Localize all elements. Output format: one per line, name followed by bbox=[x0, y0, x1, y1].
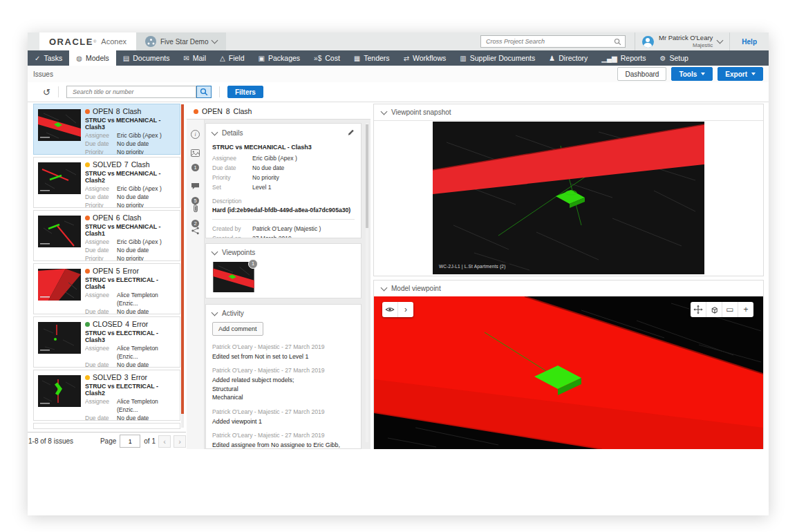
add-comment-button[interactable]: Add comment bbox=[212, 322, 263, 336]
issue-card[interactable]: SOLVED3Error STRUC vs ELECTRICAL - Clash… bbox=[33, 370, 180, 421]
app-header: ORACLE® Aconex Five Star Demo Mr Patrick… bbox=[28, 32, 769, 51]
user-menu[interactable]: Mr Patrick O'Leary Majestic bbox=[635, 32, 729, 50]
detail-priority: No priority bbox=[252, 173, 279, 182]
attachments-tab[interactable]: 2 bbox=[187, 203, 204, 228]
supplier-documents-icon: ▥ bbox=[460, 55, 466, 62]
tab-models[interactable]: ◍Models bbox=[69, 50, 116, 66]
tab-setup[interactable]: ⚙Setup bbox=[653, 50, 695, 66]
search-button[interactable] bbox=[196, 86, 212, 98]
issue-card[interactable]: CLOSED4Error STRUC vs ELECTRICAL - Clash… bbox=[33, 316, 180, 368]
page-title: Issues bbox=[33, 70, 53, 78]
comments-tab[interactable]: 5 bbox=[187, 180, 204, 205]
issue-card[interactable]: OPEN5Error STRUC vs ELECTRICAL - Clash4 … bbox=[33, 263, 180, 314]
tab-tenders[interactable]: ▦Tenders bbox=[347, 50, 397, 66]
divider bbox=[58, 86, 59, 97]
prev-page-button[interactable]: ‹ bbox=[158, 435, 171, 448]
issue-card[interactable]: OPEN6Clash STRUC vs MECHANICAL - Clash1 … bbox=[33, 210, 180, 261]
details-section-title: Details bbox=[222, 129, 243, 137]
issue-list-scrollbar[interactable] bbox=[181, 104, 184, 428]
user-avatar bbox=[642, 36, 654, 48]
expand-toolbar-button[interactable]: › bbox=[397, 302, 413, 317]
tab-field[interactable]: △Field bbox=[213, 50, 251, 66]
collapse-icon[interactable] bbox=[212, 129, 218, 135]
eye-icon bbox=[385, 305, 395, 314]
oracle-wordmark: ORACLE bbox=[49, 37, 93, 47]
aconex-wordmark: Aconex bbox=[101, 37, 126, 46]
tab-tasks[interactable]: ✓Tasks bbox=[28, 50, 69, 66]
status-dot bbox=[194, 109, 198, 114]
model-3d-viewport[interactable]: › ▭ + bbox=[374, 296, 763, 448]
issue-detail-panel: OPEN 8 Clash i 1 5 2 bbox=[187, 104, 371, 449]
zoom-in-icon[interactable]: + bbox=[738, 302, 753, 317]
tab-workflows[interactable]: ⇄Workflows bbox=[397, 50, 453, 66]
chevron-down-icon bbox=[717, 37, 724, 44]
export-button[interactable]: Export bbox=[718, 67, 763, 81]
viewpoints-tab[interactable]: 1 bbox=[187, 147, 204, 172]
measure-icon[interactable]: ▭ bbox=[722, 302, 738, 317]
packages-icon: ▣ bbox=[259, 55, 265, 62]
tab-reports[interactable]: ▁▄▆Reports bbox=[594, 50, 653, 66]
paperclip-icon bbox=[192, 204, 199, 213]
issue-thumbnail bbox=[38, 216, 81, 247]
issue-card[interactable] bbox=[33, 423, 180, 429]
tab-directory[interactable]: ♟Directory bbox=[542, 50, 594, 66]
eye-button[interactable] bbox=[382, 302, 397, 317]
activity-section: Activity Add comment Patrick O'Leary - M… bbox=[205, 304, 362, 449]
list-pagination: 1-8 of 8 issues Page of 1 ‹ › bbox=[28, 432, 186, 450]
page-input[interactable] bbox=[120, 435, 140, 448]
models-icon: ◍ bbox=[76, 55, 82, 62]
image-icon bbox=[191, 149, 200, 157]
issue-thumbnail bbox=[38, 162, 81, 194]
collapse-icon[interactable] bbox=[381, 108, 388, 115]
workflows-icon: ⇄ bbox=[404, 55, 409, 62]
filters-button[interactable]: Filters bbox=[227, 86, 263, 98]
pan-icon[interactable] bbox=[691, 302, 706, 317]
related-models-tab[interactable] bbox=[187, 225, 204, 238]
tab-packages[interactable]: ▣Packages bbox=[252, 50, 308, 66]
detail-scrollbar[interactable] bbox=[366, 123, 368, 442]
issue-search[interactable] bbox=[66, 86, 196, 98]
edit-icon[interactable] bbox=[347, 129, 355, 137]
collapse-icon[interactable] bbox=[212, 309, 218, 316]
field-icon: △ bbox=[220, 55, 225, 62]
section-box-icon[interactable] bbox=[706, 302, 722, 317]
cost-icon: »$ bbox=[314, 55, 321, 62]
viewpoint-snapshot-title: Viewpoint snapshot bbox=[391, 108, 451, 116]
tab-documents[interactable]: ▤Documents bbox=[116, 50, 177, 66]
help-link[interactable]: Help bbox=[729, 32, 769, 50]
collapse-icon[interactable] bbox=[381, 284, 388, 291]
project-icon bbox=[145, 36, 156, 47]
setup-icon: ⚙ bbox=[659, 55, 666, 62]
scrollbar-thumb[interactable] bbox=[366, 124, 368, 228]
dashboard-button[interactable]: Dashboard bbox=[617, 67, 666, 81]
viewpoints-section-title: Viewpoints bbox=[222, 249, 255, 256]
issue-search-input[interactable] bbox=[71, 88, 191, 96]
tools-button[interactable]: Tools bbox=[671, 67, 713, 81]
scrollbar-thumb[interactable] bbox=[181, 104, 184, 414]
status-dot bbox=[85, 322, 90, 327]
activity-text: Added related subject models; bbox=[212, 377, 355, 384]
comment-icon bbox=[191, 182, 200, 190]
description-value: Hard (id:2eb9edaf-bfdb-449d-a8ea-0fa7dc9… bbox=[212, 207, 355, 213]
tab-mail[interactable]: ✉Mail bbox=[176, 50, 213, 66]
tab-supplier-documents[interactable]: ▥Supplier Documents bbox=[453, 50, 542, 66]
documents-icon: ▤ bbox=[123, 55, 129, 62]
page-label: Page bbox=[100, 437, 116, 445]
detail-due-date: No due date bbox=[252, 163, 284, 173]
cross-project-search[interactable] bbox=[480, 35, 626, 48]
activity-meta: Patrick O'Leary - Majestic - 27 March 20… bbox=[212, 408, 355, 415]
search-icon[interactable] bbox=[614, 38, 621, 46]
cross-project-search-input[interactable] bbox=[485, 37, 614, 46]
tab-cost[interactable]: »$Cost bbox=[307, 50, 347, 66]
refresh-icon[interactable]: ↻ bbox=[43, 87, 50, 97]
issue-card[interactable]: SOLVED7Clash STRUC vs MECHANICAL - Clash… bbox=[33, 157, 180, 208]
details-tab-icon[interactable]: i bbox=[187, 126, 204, 139]
viewpoint-thumbnail[interactable]: 1 bbox=[212, 262, 255, 292]
activity-entry: Patrick O'Leary - Majestic - 27 March 20… bbox=[212, 343, 355, 361]
status-dot bbox=[85, 216, 90, 220]
issue-card[interactable]: OPEN8Clash STRUC vs MECHANICAL - Clash3 … bbox=[33, 104, 180, 155]
next-page-button[interactable]: › bbox=[174, 435, 186, 448]
activity-meta: Patrick O'Leary - Majestic - 27 March 20… bbox=[212, 343, 355, 350]
collapse-icon[interactable] bbox=[212, 248, 218, 255]
project-selector[interactable]: Five Star Demo bbox=[136, 32, 226, 50]
